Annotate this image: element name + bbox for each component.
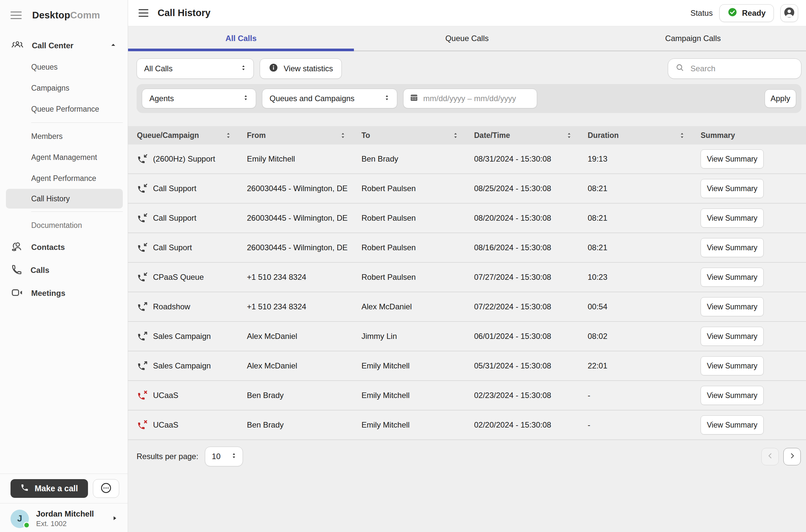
status-label: Status (690, 8, 713, 18)
page-size-select[interactable]: 10 (205, 446, 243, 466)
sort-icon[interactable] (678, 132, 686, 139)
sort-icon[interactable] (452, 132, 459, 139)
queues-campaigns-select[interactable]: Queues and Campaigns (262, 89, 397, 108)
tab-all-calls[interactable]: All Calls (128, 26, 354, 51)
topbar: Call History Status Ready (128, 0, 806, 26)
sidebar-item-agent-performance[interactable]: Agent Performance (0, 168, 128, 189)
account-button[interactable] (781, 4, 798, 22)
summary-cell: View Summary (701, 415, 806, 435)
sort-icon[interactable] (566, 132, 573, 139)
sidebar-menu-icon[interactable] (11, 12, 22, 19)
sidebar-item-label: Contacts (31, 243, 65, 252)
to-cell: Emily Mitchell (362, 420, 474, 430)
view-summary-button[interactable]: View Summary (701, 149, 764, 169)
sort-icon[interactable] (225, 132, 232, 139)
view-statistics-button[interactable]: View statistics (260, 58, 342, 79)
incoming-call-icon (137, 271, 148, 283)
queue-campaign-value: Roadshow (153, 302, 190, 311)
status-ready-button[interactable]: Ready (719, 4, 774, 22)
view-summary-button[interactable]: View Summary (701, 297, 764, 316)
queues-campaigns-select-value: Queues and Campaigns (270, 94, 354, 103)
column-header-queue-campaign[interactable]: Queue/Campaign (137, 131, 247, 140)
apply-button[interactable]: Apply (765, 89, 796, 108)
chevron-left-icon (766, 452, 774, 461)
date-time-cell: 08/20/2024 - 15:30:08 (474, 213, 588, 223)
queue-campaign-value: Sales Campaign (153, 332, 211, 341)
sidebar-item-members[interactable]: Members (0, 126, 128, 147)
table-row[interactable]: Sales Campaign Alex McDaniel Jimmy Lin 0… (128, 322, 806, 352)
column-header-from[interactable]: From (247, 131, 362, 140)
call-type-select[interactable]: All Calls (137, 58, 254, 79)
sort-icon[interactable] (340, 132, 346, 139)
queue-campaign-cell: Call Support (137, 183, 247, 194)
sidebar-divider (31, 211, 123, 212)
tab-queue-calls[interactable]: Queue Calls (354, 26, 580, 51)
call-type-select-value: All Calls (144, 64, 173, 73)
tab-campaign-calls[interactable]: Campaign Calls (580, 26, 806, 51)
more-options-button[interactable] (93, 479, 119, 498)
next-page-button[interactable] (783, 448, 801, 466)
user-extension: Ext. 1002 (36, 519, 94, 528)
make-a-call-button[interactable]: Make a call (11, 479, 88, 498)
view-summary-button[interactable]: View Summary (701, 238, 764, 257)
table-row[interactable]: UCaaS Ben Brady Emily Mitchell 02/23/202… (128, 381, 806, 411)
sidebar-item-campaigns[interactable]: Campaigns (0, 77, 128, 98)
duration-cell: - (588, 391, 701, 400)
column-label: Date/Time (474, 131, 510, 140)
column-header-duration[interactable]: Duration (588, 131, 701, 140)
view-summary-button[interactable]: View Summary (701, 386, 764, 405)
view-summary-button[interactable]: View Summary (701, 327, 764, 346)
current-user[interactable]: J Jordan Mitchell Ext. 1002 (0, 503, 128, 532)
sidebar-item-queues[interactable]: Queues (0, 56, 128, 77)
queue-campaign-cell: Sales Campaign (137, 360, 247, 372)
to-cell: Robert Paulsen (362, 213, 474, 223)
date-range-input[interactable]: mm/dd/yyyy – mm/dd/yyyy (403, 89, 537, 108)
table-row[interactable]: Roadshow +1 510 234 8324 Alex McDaniel 0… (128, 292, 806, 322)
sidebar-item-documentation[interactable]: Documentation (0, 215, 128, 236)
chevron-right-icon[interactable] (111, 515, 118, 523)
to-cell: Robert Paulsen (362, 272, 474, 282)
phone-icon (11, 264, 23, 277)
sidebar-item-queue-performance[interactable]: Queue Performance (0, 98, 128, 119)
search-input[interactable] (690, 64, 794, 74)
filter-row-secondary: Agents Queues and Campaigns (137, 84, 801, 113)
column-label: From (247, 131, 266, 140)
queue-campaign-cell: CPaaS Queue (137, 271, 247, 283)
table-row[interactable]: UCaaS Ben Brady Emily Mitchell 02/20/202… (128, 411, 806, 440)
from-cell: 260030445 - Wilmington, DE (247, 213, 362, 223)
sidebar-group-call-center[interactable]: Call Center (0, 35, 128, 56)
to-cell: Jimmy Lin (362, 332, 474, 341)
chevron-right-icon (788, 452, 796, 461)
table-header-row: Queue/Campaign From To Date/Time (128, 126, 806, 145)
column-header-to[interactable]: To (362, 131, 474, 140)
column-header-date-time[interactable]: Date/Time (474, 131, 588, 140)
to-cell: Ben Brady (362, 154, 474, 164)
chevron-up-icon[interactable] (110, 42, 117, 50)
user-circle-icon (783, 6, 795, 20)
table-row[interactable]: Call Support 260030445 - Wilmington, DE … (128, 174, 806, 204)
page-title: Call History (158, 7, 210, 18)
page-menu-icon[interactable] (138, 9, 148, 17)
sidebar-item-agent-management[interactable]: Agent Management (0, 147, 128, 168)
agents-select[interactable]: Agents (142, 89, 256, 108)
table-row[interactable]: Call Suport 260030445 - Wilmington, DE R… (128, 233, 806, 263)
table-row[interactable]: Sales Campaign Alex McDaniel Emily Mitch… (128, 352, 806, 381)
table-row[interactable]: (2600Hz) Support Emily Mitchell Ben Brad… (128, 145, 806, 174)
search-field[interactable] (668, 58, 801, 79)
chevron-updown-icon (230, 452, 237, 461)
to-cell: Robert Paulsen (362, 184, 474, 193)
duration-cell: 00:54 (588, 302, 701, 311)
table-row[interactable]: CPaaS Queue +1 510 234 8324 Robert Pauls… (128, 263, 806, 292)
view-summary-button[interactable]: View Summary (701, 268, 764, 287)
view-summary-button[interactable]: View Summary (701, 209, 764, 228)
sidebar-item-meetings[interactable]: Meetings (0, 282, 128, 305)
view-summary-button[interactable]: View Summary (701, 415, 764, 435)
view-summary-button[interactable]: View Summary (701, 179, 764, 198)
previous-page-button[interactable] (761, 448, 779, 466)
table-row[interactable]: Call Support 260030445 - Wilmington, DE … (128, 204, 806, 233)
queue-campaign-cell: Call Suport (137, 242, 247, 253)
view-summary-button[interactable]: View Summary (701, 356, 764, 375)
sidebar-item-calls[interactable]: Calls (0, 259, 128, 282)
sidebar-item-contacts[interactable]: Contacts (0, 236, 128, 259)
sidebar-item-call-history-selected[interactable]: Call History (6, 189, 123, 209)
